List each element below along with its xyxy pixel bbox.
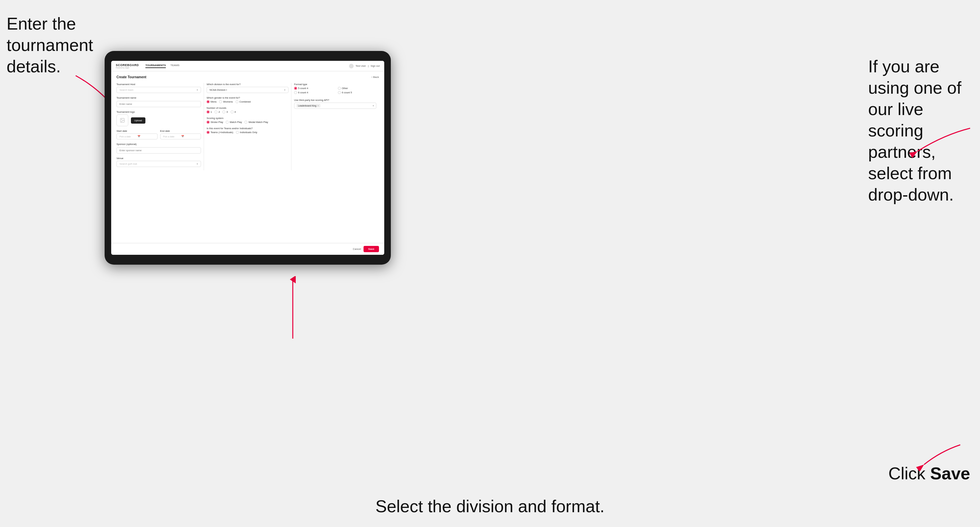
rounds-4-radio[interactable] — [231, 111, 234, 113]
format-6count4[interactable]: 6 count 4 — [294, 91, 332, 94]
rounds-radio-group: 1 2 3 4 — [207, 111, 288, 113]
save-button[interactable]: Save — [364, 246, 379, 252]
gender-mens-radio[interactable] — [207, 100, 210, 103]
rounds-label: Number of rounds — [207, 106, 288, 110]
rounds-1-radio[interactable] — [207, 111, 210, 113]
format-other-label: Other — [342, 87, 348, 90]
end-date-label: End date — [160, 130, 201, 132]
format-other[interactable]: Other — [338, 87, 376, 90]
teams-group: Is this event for Teams and/or Individua… — [207, 127, 288, 134]
venue-label: Venue — [116, 157, 201, 160]
page-header: Create Tournament ‹ Back — [116, 75, 379, 79]
format-label: Format type — [294, 83, 376, 86]
format-6count5-label: 6 count 5 — [342, 91, 352, 94]
cancel-button[interactable]: Cancel — [353, 248, 361, 251]
svg-point-5 — [121, 119, 122, 120]
live-scoring-group: Use third-party live scoring API? Leader… — [294, 98, 376, 109]
format-other-radio[interactable] — [338, 87, 341, 90]
teams-teams[interactable]: Teams (+Individuals) — [207, 131, 233, 134]
content-area: Create Tournament ‹ Back Tournament Host… — [111, 71, 384, 243]
end-date-input[interactable]: Pick a date 📅 — [160, 133, 201, 140]
format-6count4-radio[interactable] — [294, 91, 297, 94]
gender-combined-radio[interactable] — [235, 100, 239, 103]
rounds-1-label: 1 — [210, 111, 212, 113]
name-input[interactable] — [116, 101, 201, 107]
rounds-1[interactable]: 1 — [207, 111, 212, 113]
back-link[interactable]: ‹ Back — [371, 76, 379, 79]
host-input[interactable]: Search team ▾ — [116, 87, 201, 93]
nav-item-teams[interactable]: TEAMS — [170, 64, 180, 68]
scoring-group: Scoring system Stroke Play Match Play — [207, 117, 288, 124]
host-chevron-icon: ▾ — [197, 89, 198, 91]
division-value: NCAA Division I — [210, 89, 227, 91]
sponsor-input[interactable] — [116, 147, 201, 154]
scoring-radio-group: Stroke Play Match Play Medal Match Play — [207, 121, 288, 124]
tag-remove-icon[interactable]: × — [317, 104, 319, 107]
end-date-placeholder: Pick a date — [163, 135, 180, 138]
start-date-label: Start date — [116, 130, 158, 132]
teams-individuals[interactable]: Individuals Only — [236, 131, 257, 134]
rounds-4[interactable]: 4 — [231, 111, 236, 113]
venue-placeholder: Search golf club — [119, 162, 137, 165]
scoring-match-radio[interactable] — [226, 121, 229, 124]
nav-right: Test User | Sign out — [349, 64, 380, 68]
tablet-shell: SCOREBOARD Powered by clippit TOURNAMENT… — [105, 51, 391, 265]
logo-group: Tournament logo Upload — [116, 111, 201, 126]
gender-combined[interactable]: Combined — [235, 100, 251, 103]
rounds-2-radio[interactable] — [215, 111, 218, 113]
gender-mens[interactable]: Mens — [207, 100, 216, 103]
tag-dropdown-icon[interactable]: ▾ — [373, 105, 374, 107]
rounds-3-radio[interactable] — [223, 111, 225, 113]
rounds-3[interactable]: 3 — [223, 111, 228, 113]
form-layout: Tournament Host Search team ▾ Tournament… — [116, 83, 379, 170]
teams-teams-radio[interactable] — [207, 131, 210, 134]
logo-area: SCOREBOARD Powered by clippit — [116, 63, 139, 69]
teams-individuals-label: Individuals Only — [240, 131, 257, 134]
format-5count4-radio[interactable] — [294, 87, 297, 90]
teams-radio-group: Teams (+Individuals) Individuals Only — [207, 131, 288, 134]
tablet-screen: SCOREBOARD Powered by clippit TOURNAMENT… — [111, 61, 384, 255]
gender-radio-group: Mens Womens Combined — [207, 100, 288, 103]
live-scoring-input[interactable]: Leaderboard King × ▾ — [294, 103, 376, 109]
division-label: Which division is the event for? — [207, 83, 288, 86]
format-6count4-label: 6 count 4 — [298, 91, 308, 94]
nav-item-tournaments[interactable]: TOURNAMENTS — [145, 64, 166, 68]
form-footer: Cancel Save — [111, 243, 384, 255]
division-chevron-icon: ▾ — [284, 89, 286, 91]
scoring-stroke-radio[interactable] — [207, 121, 210, 124]
venue-group: Venue Search golf club ▾ — [116, 157, 201, 167]
sponsor-group: Sponsor (optional) — [116, 143, 201, 154]
gender-mens-label: Mens — [210, 100, 216, 103]
gender-label: Which gender is the event for? — [207, 96, 288, 99]
format-6count5-radio[interactable] — [338, 91, 341, 94]
live-scoring-tag: Leaderboard King × — [296, 104, 320, 108]
annotation-topleft: Enter the tournament details. — [6, 13, 99, 77]
scoring-medal[interactable]: Medal Match Play — [244, 121, 268, 124]
signout-link[interactable]: Sign out — [371, 64, 380, 67]
format-5count4[interactable]: 5 count 4 — [294, 87, 332, 90]
form-col-1: Tournament Host Search team ▾ Tournament… — [116, 83, 204, 170]
calendar-icon-end: 📅 — [181, 135, 198, 138]
division-input[interactable]: NCAA Division I ▾ — [207, 87, 288, 93]
gender-womens-radio[interactable] — [219, 100, 222, 103]
gender-group: Which gender is the event for? Mens Wome… — [207, 96, 288, 103]
scoring-medal-radio[interactable] — [244, 121, 247, 124]
live-scoring-tag-value: Leaderboard King — [298, 105, 317, 107]
scoring-match[interactable]: Match Play — [226, 121, 242, 124]
host-placeholder: Search team — [119, 89, 134, 91]
venue-input[interactable]: Search golf club ▾ — [116, 161, 201, 167]
host-group: Tournament Host Search team ▾ — [116, 83, 201, 93]
gender-womens[interactable]: Womens — [219, 100, 232, 103]
rounds-2-label: 2 — [218, 111, 220, 113]
teams-label: Is this event for Teams and/or Individua… — [207, 127, 288, 130]
format-6count5[interactable]: 6 count 5 — [338, 91, 376, 94]
start-date-placeholder: Pick a date — [119, 135, 136, 138]
scoring-stroke[interactable]: Stroke Play — [207, 121, 223, 124]
host-label: Tournament Host — [116, 83, 201, 86]
end-date-group: End date Pick a date 📅 — [160, 130, 201, 140]
logo-label: Tournament logo — [116, 111, 201, 113]
teams-individuals-radio[interactable] — [236, 131, 239, 134]
rounds-2[interactable]: 2 — [215, 111, 220, 113]
upload-button[interactable]: Upload — [131, 117, 145, 124]
start-date-input[interactable]: Pick a date 📅 — [116, 133, 158, 140]
